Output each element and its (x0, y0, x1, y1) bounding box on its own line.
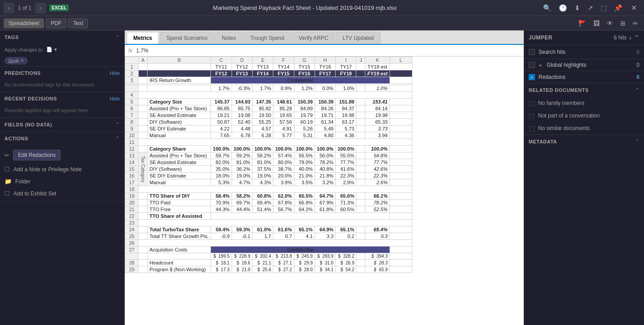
no-conversation-item: ⬚ Not part of a conversation (524, 109, 644, 122)
col-header-h: H (315, 57, 335, 64)
tab-verify-arpc[interactable]: Verify ARPC (292, 32, 335, 44)
related-docs-header[interactable]: RELATED DOCUMENTS ⌃ (524, 83, 644, 97)
tab-notes[interactable]: Notes (215, 32, 242, 44)
predictions-section-header[interactable]: PREDICTIONS Hide (0, 67, 124, 79)
table-row: 1 TY11 TY12 TY13 TY14 TY15 TY16 TY17 TY1… (125, 64, 412, 70)
redactions-row[interactable]: ✓ Redactions 6 (524, 71, 644, 83)
table-row: 25 Total TT Share Growth Pts. -0.9 -0.1 … (125, 233, 412, 240)
actions-title: ACTIONS (4, 136, 28, 141)
exhibit-item[interactable]: ☐ Add to Exhibit Set (0, 187, 124, 199)
no-conversation-label: Not part of a conversation (538, 113, 600, 119)
share-button[interactable]: ↗ (585, 3, 596, 13)
folder-item[interactable]: 📁 Folder (0, 175, 124, 187)
formula-value: 1.7% (136, 48, 148, 54)
download-button[interactable]: ⬇ (572, 3, 583, 13)
no-family-label: No family members (538, 100, 584, 106)
tab-ltv-updated[interactable]: LTV Updated (336, 32, 381, 44)
recent-decisions-content: Recently applied tags will appear here. (0, 105, 124, 117)
spreadsheet-grid: A B C D E F G H I J K L (125, 56, 412, 273)
table-row: 14 SE Assisted Estimate 82.0% 81.0% 81.0… (125, 159, 412, 166)
col-header-e: E (252, 57, 273, 64)
recent-decisions-header[interactable]: RECENT DECISIONS Hide (0, 92, 124, 105)
exhibit-label: Add to Exhibit Set (13, 191, 56, 197)
image-icon[interactable]: 🖼 (591, 18, 602, 28)
prev-page-button[interactable]: ‹ (4, 3, 14, 13)
external-button[interactable]: ⬚ (598, 3, 609, 13)
recent-decisions-hide-link[interactable]: Hide (110, 96, 120, 101)
apply-label: Apply changes to: (4, 47, 44, 52)
spreadsheet-button[interactable]: Spreadsheet (4, 18, 44, 28)
global-highlights-checkbox[interactable] (529, 62, 535, 68)
edit-icon[interactable]: ✏ (631, 18, 640, 28)
jumper-title: JUMPER (529, 35, 552, 41)
table-row: 21 TTO Free 44.3% 44.4% 51.4% 56.7% 64.2… (125, 206, 412, 213)
flag-icon[interactable]: 🚩 (576, 18, 588, 28)
excel-badge: EXCEL (49, 4, 69, 11)
table-row: $ 199.5 $ 228.9 $ 202.4 $ 213.8 $ 245.9 … (125, 253, 412, 260)
pin-button[interactable]: 📌 (612, 3, 625, 13)
col-header-a: A (139, 57, 148, 64)
fields-chevron-icon: ⌃ (115, 121, 120, 128)
global-highlights-row[interactable]: ► Global highlights 0 (524, 59, 644, 71)
search-hits-label: Search hits (539, 49, 565, 55)
pdf-button[interactable]: PDF (46, 18, 66, 28)
spreadsheet-area: Metrics Spend Scenarios Notes Trough Spe… (125, 30, 524, 325)
tab-metrics[interactable]: Metrics (127, 32, 159, 44)
actions-section-header[interactable]: ACTIONS ⌃ (0, 132, 124, 145)
related-docs-section: RELATED DOCUMENTS ⌃ ⬚ No family members … (524, 83, 644, 135)
formula-fx-icon: fx (128, 48, 132, 54)
global-highlights-count: 0 (636, 62, 640, 68)
search-hits-checkbox[interactable] (529, 49, 535, 55)
grid-container[interactable]: A B C D E F G H I J K L (125, 56, 524, 325)
tag-remove-icon[interactable]: ✕ (20, 58, 24, 64)
table-row: 24 Total TurboTax Share 59.4% 59.3% 61.0… (125, 226, 412, 233)
table-row: 2 FY12 FY13 FY14 FY15 FY16 FY17 FY18 FY1… (125, 70, 412, 77)
jumper-prev-button[interactable]: ‹ (629, 34, 631, 41)
next-page-button[interactable]: › (35, 3, 46, 13)
table-row: 22 TTO Share of Assisted (125, 213, 412, 220)
col-header-i: I (336, 57, 356, 64)
note-icon: ☐ (4, 166, 10, 173)
tab-spend-scenarios[interactable]: Spend Scenarios (160, 32, 214, 44)
no-similar-label: No similar documents (538, 125, 590, 131)
tab-trough-spend[interactable]: Trough Spend (244, 32, 291, 44)
redactions-count: 6 (636, 74, 640, 80)
metadata-header[interactable]: METADATA ⌃ (524, 135, 644, 148)
edit-redactions-button[interactable]: Edit Redactions (13, 150, 61, 160)
tag-chip[interactable]: 2poll ✕ (4, 57, 28, 65)
table-row: 17 Manual 5.3% 4.7% 4.3% 3.9% 3.5% 3.2% … (125, 179, 412, 186)
edit-icon: ✏ (4, 152, 9, 159)
jumper-next-button[interactable]: ⌃ (634, 34, 640, 41)
col-header-d: D (232, 57, 252, 64)
col-header-c: C (211, 57, 232, 64)
redactions-label: Redactions (539, 74, 565, 80)
edit-redactions-item[interactable]: ✏ Edit Redactions (0, 147, 124, 163)
table-row: 6 Assisted (Pro + Tax Store) 86.85 85.75… (125, 105, 412, 112)
search-hits-row: Search hits 0 (524, 45, 644, 59)
col-header-b: B (148, 57, 211, 64)
grid-icon[interactable]: ⊞ (618, 18, 628, 28)
metadata-chevron-icon: ⌃ (635, 139, 640, 145)
table-row: 19 TTO Share of DIY 58.4% 58.2% 60.8% 62… (125, 193, 412, 199)
add-note-label: Add a Note or Privilege Note (13, 166, 82, 173)
add-note-item[interactable]: ☐ Add a Note or Privilege Note (0, 163, 124, 175)
predictions-hide-link[interactable]: Hide (110, 70, 120, 76)
col-header-l: L (390, 57, 412, 64)
predictions-title: PREDICTIONS (4, 70, 41, 76)
col-header-f: F (273, 57, 294, 64)
fields-section-header[interactable]: FIELDS (No Data) ⌃ (0, 118, 124, 131)
table-row: 11 (125, 139, 412, 146)
table-row: 12 Category Share 100.0% 100.0% 100.0% 1… (125, 146, 412, 152)
history-button[interactable]: 🕐 (556, 3, 570, 13)
table-row: 23 (125, 220, 412, 226)
tags-section-header[interactable]: TAGS ⌃ (0, 30, 124, 44)
text-button[interactable]: Text (68, 18, 88, 28)
search-button[interactable]: 🔍 (541, 3, 554, 13)
eye-icon[interactable]: 👁 (605, 18, 615, 28)
redactions-checkbox[interactable]: ✓ (529, 74, 535, 80)
global-highlights-label: Global highlights (547, 62, 587, 68)
close-button[interactable]: ✕ (627, 3, 640, 13)
family-icon: ⬚ (529, 100, 534, 107)
table-row: 20 TTO Paid 70.9% 69.7% 69.4% 67.8% 66.9… (125, 199, 412, 206)
table-row: 8 DIY (Software) 50.87 52.40 55.25 57.56… (125, 119, 412, 126)
